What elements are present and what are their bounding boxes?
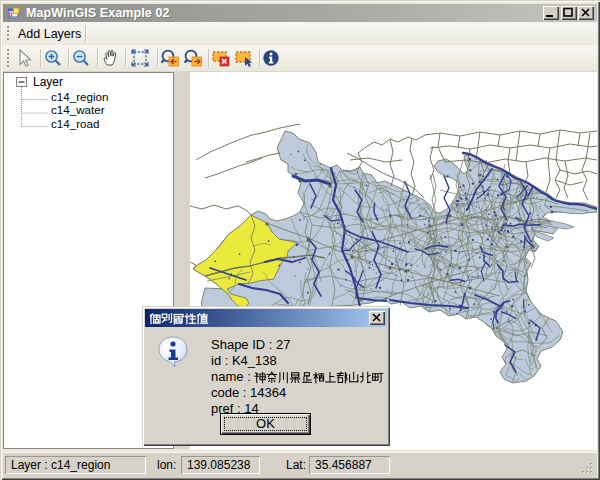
svg-text:c14_road: c14_road — [51, 117, 99, 130]
svg-text:c14_region: c14_region — [51, 90, 108, 103]
svg-text:Layer: Layer — [33, 75, 63, 89]
svg-text:c14_water: c14_water — [51, 103, 105, 116]
